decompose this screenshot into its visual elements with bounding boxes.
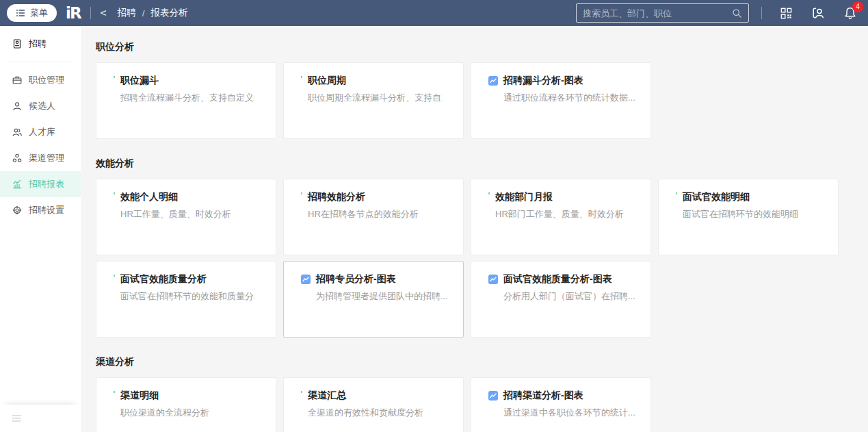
report-card-title: 渠道明细 bbox=[120, 390, 209, 401]
report-card-title: 面试官效能明细 bbox=[683, 191, 798, 203]
report-card[interactable]: 招聘漏斗分析-图表通过职位流程各环节的统计数据... bbox=[471, 62, 651, 139]
report-card-title: 招聘渠道分析-图表 bbox=[503, 390, 635, 401]
sidebar-item-4[interactable]: 渠道管理 bbox=[0, 145, 81, 171]
report-section-0: 职位分析职位漏斗招聘全流程漏斗分析、支持自定义漏斗职位周期职位周期全流程漏斗分析… bbox=[96, 41, 853, 139]
report-card[interactable]: 面试官效能明细面试官在招聘环节的效能明细 bbox=[658, 179, 839, 255]
search-box[interactable] bbox=[576, 3, 749, 23]
report-card[interactable]: 面试官效能质量分析面试官在招聘环节的效能和质量分析 bbox=[96, 261, 276, 338]
qr-code-icon bbox=[780, 7, 793, 20]
report-card-title: 职位周期 bbox=[308, 75, 442, 86]
table-report-icon bbox=[301, 192, 302, 200]
sidebar-item-label: 人才库 bbox=[29, 126, 55, 138]
topbar-divider bbox=[90, 7, 91, 19]
notification-badge: 4 bbox=[852, 1, 863, 12]
table-report-icon bbox=[114, 192, 115, 200]
card-grid: 职位漏斗招聘全流程漏斗分析、支持自定义漏斗职位周期职位周期全流程漏斗分析、支持自… bbox=[96, 62, 853, 139]
report-card[interactable]: 渠道明细职位渠道的全流程分析 bbox=[96, 377, 276, 432]
report-card-description: 通过职位流程各环节的统计数据... bbox=[503, 92, 635, 103]
person-icon bbox=[12, 101, 23, 112]
report-card-description: 职位周期全流程漏斗分析、支持自定义 bbox=[308, 92, 442, 103]
table-report-icon bbox=[114, 76, 115, 84]
sidebar-item-1[interactable]: 职位管理 bbox=[0, 67, 81, 93]
sidebar-footer bbox=[0, 405, 81, 432]
report-card-title: 招聘效能分析 bbox=[308, 191, 419, 203]
report-card-title: 招聘专员分析-图表 bbox=[316, 273, 448, 285]
report-card[interactable]: 职位漏斗招聘全流程漏斗分析、支持自定义漏斗 bbox=[96, 62, 276, 139]
breadcrumb-item-report-analysis: 报表分析 bbox=[150, 7, 187, 19]
sidebar-item-label: 招聘报表 bbox=[29, 178, 64, 190]
sidebar-nav: 招聘职位管理候选人人才库渠道管理招聘报表招聘设置 bbox=[0, 31, 81, 223]
section-title: 效能分析 bbox=[96, 157, 853, 170]
card-grid: 渠道明细职位渠道的全流程分析渠道汇总全渠道的有效性和贡献度分析招聘渠道分析-图表… bbox=[96, 377, 853, 432]
sidebar-divider bbox=[8, 62, 73, 62]
contacts-button[interactable] bbox=[811, 6, 825, 20]
gear-icon bbox=[12, 205, 23, 216]
report-card-title: 职位漏斗 bbox=[120, 75, 254, 86]
chart-report-icon bbox=[488, 391, 498, 401]
sidebar-item-0[interactable]: 招聘 bbox=[0, 31, 81, 57]
sidebar: 招聘职位管理候选人人才库渠道管理招聘报表招聘设置 bbox=[0, 26, 81, 432]
qr-code-button[interactable] bbox=[780, 7, 793, 20]
report-card-title: 渠道汇总 bbox=[308, 390, 423, 401]
breadcrumb: 招聘 / 报表分析 bbox=[118, 7, 188, 19]
report-section-2: 渠道分析渠道明细职位渠道的全流程分析渠道汇总全渠道的有效性和贡献度分析招聘渠道分… bbox=[96, 356, 853, 432]
notifications-button[interactable]: 4 bbox=[843, 6, 857, 20]
chart-report-icon bbox=[301, 275, 311, 284]
table-report-icon bbox=[114, 275, 115, 282]
topbar-divider-2 bbox=[761, 7, 762, 19]
report-card[interactable]: 招聘效能分析HR在招聘各节点的效能分析 bbox=[283, 179, 464, 255]
collapse-sidebar-icon[interactable] bbox=[11, 413, 22, 424]
report-card-title: 效能部门月报 bbox=[495, 191, 624, 203]
report-card[interactable]: 面试官效能质量分析-图表分析用人部门（面试官）在招聘... bbox=[471, 261, 651, 338]
sidebar-item-label: 招聘 bbox=[29, 38, 47, 50]
report-card-description: 职位渠道的全流程分析 bbox=[120, 407, 209, 418]
sidebar-item-6[interactable]: 招聘设置 bbox=[0, 197, 81, 223]
app-logo: iR bbox=[66, 4, 81, 22]
chart-icon bbox=[12, 179, 23, 190]
briefcase-icon bbox=[12, 75, 23, 86]
report-card[interactable]: 职位周期职位周期全流程漏斗分析、支持自定义 bbox=[283, 62, 464, 139]
report-card-description: 为招聘管理者提供团队中的招聘... bbox=[316, 290, 448, 302]
report-card[interactable]: 招聘渠道分析-图表通过渠道中各职位各环节的统计... bbox=[471, 377, 651, 432]
topbar: 菜单 iR < 招聘 / 报表分析 bbox=[0, 0, 868, 26]
people-icon bbox=[12, 127, 23, 138]
sidebar-item-label: 候选人 bbox=[29, 100, 55, 112]
report-card[interactable]: 招聘专员分析-图表为招聘管理者提供团队中的招聘... bbox=[283, 261, 464, 338]
sidebar-item-2[interactable]: 候选人 bbox=[0, 93, 81, 119]
back-button[interactable]: < bbox=[101, 7, 107, 19]
sidebar-item-label: 渠道管理 bbox=[29, 152, 64, 164]
search-icon bbox=[732, 8, 742, 18]
badge-icon bbox=[12, 38, 23, 49]
chart-report-icon bbox=[488, 76, 498, 86]
report-card-title: 招聘漏斗分析-图表 bbox=[503, 75, 635, 86]
menu-button[interactable]: 菜单 bbox=[7, 4, 57, 22]
menu-button-label: 菜单 bbox=[30, 7, 48, 19]
section-title: 职位分析 bbox=[96, 41, 853, 53]
report-card-description: HR部门工作量、质量、时效分析 bbox=[495, 208, 624, 220]
table-report-icon bbox=[488, 192, 490, 200]
breadcrumb-item-recruit[interactable]: 招聘 bbox=[118, 7, 136, 19]
table-report-icon bbox=[114, 391, 115, 398]
contacts-icon bbox=[811, 6, 825, 20]
report-section-1: 效能分析效能个人明细HR工作量、质量、时效分析招聘效能分析HR在招聘各节点的效能… bbox=[96, 157, 853, 338]
table-report-icon bbox=[676, 192, 677, 200]
sidebar-item-label: 招聘设置 bbox=[29, 204, 64, 216]
report-card-description: 招聘全流程漏斗分析、支持自定义漏斗 bbox=[120, 92, 254, 103]
report-card-title: 面试官效能质量分析-图表 bbox=[503, 273, 635, 285]
report-card[interactable]: 效能个人明细HR工作量、质量、时效分析 bbox=[96, 179, 276, 255]
chart-report-icon bbox=[488, 275, 498, 284]
report-card-description: 通过渠道中各职位各环节的统计... bbox=[503, 407, 635, 418]
list-icon bbox=[16, 8, 25, 18]
sidebar-item-label: 职位管理 bbox=[29, 74, 64, 86]
sidebar-item-5[interactable]: 招聘报表 bbox=[0, 171, 81, 197]
report-card-description: 分析用人部门（面试官）在招聘... bbox=[503, 290, 635, 302]
report-card-description: 全渠道的有效性和贡献度分析 bbox=[308, 407, 423, 418]
report-card-description: HR在招聘各节点的效能分析 bbox=[308, 208, 419, 220]
search-input[interactable] bbox=[583, 8, 732, 18]
sidebar-item-3[interactable]: 人才库 bbox=[0, 119, 81, 145]
report-card-title: 效能个人明细 bbox=[120, 191, 231, 203]
report-card[interactable]: 效能部门月报HR部门工作量、质量、时效分析 bbox=[471, 179, 651, 255]
report-catalog: 职位分析职位漏斗招聘全流程漏斗分析、支持自定义漏斗职位周期职位周期全流程漏斗分析… bbox=[81, 26, 868, 432]
report-card[interactable]: 渠道汇总全渠道的有效性和贡献度分析 bbox=[283, 377, 464, 432]
report-card-description: 面试官在招聘环节的效能明细 bbox=[683, 208, 798, 220]
